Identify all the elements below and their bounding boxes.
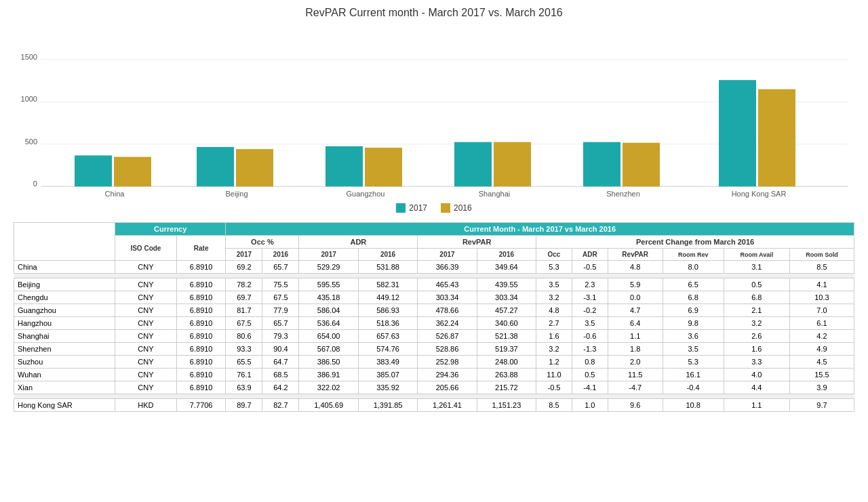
legend-2017-label: 2017 bbox=[409, 203, 427, 213]
table-row: Hong Kong SARHKD7.770689.782.71,405.691,… bbox=[14, 399, 854, 412]
header-adr: ADR bbox=[299, 236, 418, 249]
svg-rect-18 bbox=[494, 142, 531, 187]
svg-text:500: 500 bbox=[25, 138, 37, 146]
row-separator bbox=[14, 274, 854, 278]
svg-text:Guangzhou: Guangzhou bbox=[347, 190, 385, 198]
svg-text:1500: 1500 bbox=[21, 53, 37, 61]
row-separator bbox=[14, 394, 854, 399]
table-row: ShenzhenCNY6.891093.390.4567.08574.76528… bbox=[14, 343, 854, 356]
svg-rect-9 bbox=[114, 157, 151, 187]
svg-rect-11 bbox=[197, 147, 234, 186]
table-row: HangzhouCNY6.891067.565.7536.64518.36362… bbox=[14, 317, 854, 330]
svg-text:0: 0 bbox=[33, 180, 37, 188]
pct-room-sold: Room Sold bbox=[789, 249, 854, 261]
chart-legend: 2017 2016 bbox=[14, 203, 854, 213]
table-row: BeijingCNY6.891078.275.5595.55582.31465.… bbox=[14, 278, 854, 291]
occ-2017: 2017 bbox=[226, 249, 262, 261]
adr-2017: 2017 bbox=[299, 249, 358, 261]
pct-revpar: RevPAR bbox=[608, 249, 663, 261]
legend-2017-box bbox=[396, 203, 406, 213]
header-pct-change: Percent Change from March 2016 bbox=[536, 236, 854, 249]
svg-text:Shanghai: Shanghai bbox=[479, 190, 510, 198]
svg-rect-17 bbox=[454, 142, 492, 187]
pct-adr: ADR bbox=[572, 249, 608, 261]
table-row: ChengduCNY6.891069.767.5435.18449.12303.… bbox=[14, 291, 854, 304]
table-row: WuhanCNY6.891076.168.5386.91385.07294.36… bbox=[14, 369, 854, 381]
bar-chart: 0 500 1000 1500 China Beijing Guangzhou … bbox=[14, 24, 854, 201]
pct-occ: Occ bbox=[536, 249, 572, 261]
header-rate: Rate bbox=[176, 236, 226, 261]
occ-2016: 2016 bbox=[262, 249, 299, 261]
legend-2017: 2017 bbox=[396, 203, 427, 213]
svg-rect-23 bbox=[719, 80, 756, 186]
svg-text:China: China bbox=[105, 190, 125, 198]
svg-rect-20 bbox=[583, 142, 620, 187]
chart-title: RevPAR Current month - March 2017 vs. Ma… bbox=[14, 7, 854, 19]
header-currency: Currency bbox=[115, 223, 225, 236]
table-row: ChinaCNY6.891069.265.7529.29531.88366.39… bbox=[14, 261, 854, 274]
svg-rect-21 bbox=[623, 143, 660, 186]
table-row: ShanghaiCNY6.891080.679.3654.00657.63526… bbox=[14, 330, 854, 343]
legend-2016-label: 2016 bbox=[454, 203, 472, 213]
table-row: XianCNY6.891063.964.2322.02335.92205.662… bbox=[14, 381, 854, 394]
header-revpar: RevPAR bbox=[418, 236, 536, 249]
table-row: GuangzhouCNY6.891081.777.9586.04586.9347… bbox=[14, 304, 854, 317]
svg-text:Beijing: Beijing bbox=[225, 190, 248, 198]
pct-room-rev: Room Rev bbox=[663, 249, 724, 261]
svg-text:Shenzhen: Shenzhen bbox=[606, 190, 640, 198]
svg-rect-8 bbox=[75, 155, 112, 186]
legend-2016: 2016 bbox=[441, 203, 472, 213]
adr-2016: 2016 bbox=[358, 249, 417, 261]
svg-rect-15 bbox=[365, 148, 402, 186]
header-iso: ISO Code bbox=[115, 236, 176, 261]
svg-rect-24 bbox=[758, 89, 795, 187]
svg-text:1000: 1000 bbox=[21, 95, 37, 103]
svg-text:Hong Kong SAR: Hong Kong SAR bbox=[732, 190, 787, 198]
header-current-month: Current Month - March 2017 vs March 2016 bbox=[226, 223, 854, 236]
svg-rect-14 bbox=[326, 146, 363, 186]
svg-rect-12 bbox=[236, 149, 273, 186]
data-table: Currency Current Month - March 2017 vs M… bbox=[14, 222, 854, 412]
rev-2016: 2016 bbox=[477, 249, 536, 261]
header-occ: Occ % bbox=[226, 236, 299, 249]
rev-2017: 2017 bbox=[418, 249, 477, 261]
pct-room-avail: Room Avail bbox=[724, 249, 789, 261]
table-row: SuzhouCNY6.891065.564.7386.50383.49252.9… bbox=[14, 356, 854, 369]
legend-2016-box bbox=[441, 203, 450, 213]
